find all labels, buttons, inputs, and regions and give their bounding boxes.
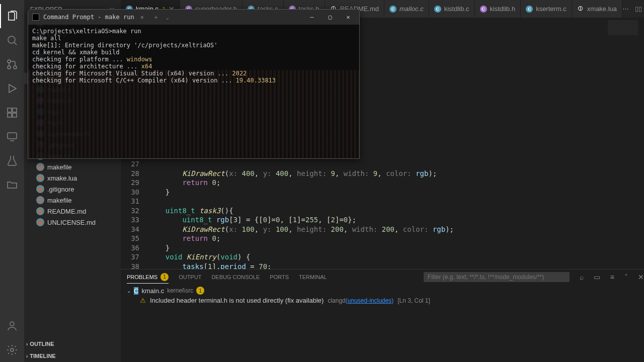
line-number: 31 bbox=[121, 197, 139, 206]
terminal-title: Command Prompt - make run bbox=[43, 14, 134, 21]
editor-tab[interactable]: Ckistdlib.c bbox=[429, 0, 475, 18]
file-item[interactable]: ◆README.md bbox=[24, 206, 121, 217]
testing-icon[interactable] bbox=[0, 149, 24, 173]
tab-output[interactable]: OUTPUT bbox=[179, 274, 201, 280]
tab-label: malloc.c bbox=[399, 5, 424, 13]
o-file-icon: ◆ bbox=[36, 185, 44, 193]
file-name: makefile bbox=[47, 197, 71, 204]
editor-tab[interactable]: Ckserterm.c bbox=[521, 0, 572, 18]
file-item[interactable]: ◆xmake.lua bbox=[24, 172, 121, 184]
svg-point-2 bbox=[14, 66, 17, 69]
file-name: README.md bbox=[47, 208, 86, 215]
line-number: 33 bbox=[121, 215, 139, 225]
timeline-section[interactable]: › TIMELINE bbox=[24, 350, 121, 362]
terminal-icon bbox=[32, 14, 39, 21]
file-name: .gitignore bbox=[47, 186, 74, 193]
tab-label: kserterm.c bbox=[536, 5, 567, 13]
line-number: 37 bbox=[121, 252, 139, 262]
file-item[interactable]: ◆.gitignore bbox=[24, 184, 121, 195]
gutter: 272829303132333435363738 bbox=[121, 158, 148, 269]
gear-icon[interactable] bbox=[0, 338, 24, 362]
tab-terminal[interactable]: TERMINAL bbox=[299, 274, 327, 280]
svg-rect-4 bbox=[8, 108, 12, 112]
line-number: 29 bbox=[121, 178, 139, 188]
line-number: 36 bbox=[121, 243, 139, 253]
file-item[interactable]: ◆makefile bbox=[24, 195, 121, 206]
maximize-button[interactable]: ▢ bbox=[323, 14, 337, 21]
line-number: 35 bbox=[121, 234, 139, 243]
code-area[interactable]: KiDrawRect(x: 400, y: 400, height: 9, wi… bbox=[148, 158, 644, 269]
minimap[interactable] bbox=[608, 20, 638, 50]
search-icon[interactable] bbox=[0, 28, 24, 52]
line-number: 28 bbox=[121, 169, 139, 178]
file-item[interactable]: ◆makefile bbox=[24, 161, 121, 172]
n-file-icon: ⓘ bbox=[577, 6, 584, 13]
filter-icon[interactable]: ⌕ bbox=[580, 273, 584, 281]
account-icon[interactable] bbox=[0, 314, 24, 338]
extensions-icon[interactable] bbox=[0, 101, 24, 125]
svg-rect-5 bbox=[13, 108, 17, 112]
outline-section[interactable]: › OUTLINE bbox=[24, 338, 121, 350]
svg-point-0 bbox=[8, 36, 15, 43]
svg-point-10 bbox=[11, 348, 14, 351]
folder-icon[interactable] bbox=[0, 173, 24, 197]
panel-tabs: PROBLEMS1 OUTPUT DEBUG CONSOLE PORTS TER… bbox=[121, 269, 644, 285]
tab-close-icon[interactable]: ✕ bbox=[140, 14, 144, 21]
more-icon[interactable]: ⋯ bbox=[622, 5, 629, 13]
tab-label: xmake.lua bbox=[587, 5, 617, 13]
activity-bar bbox=[0, 0, 24, 362]
file-name: makefile bbox=[47, 163, 71, 171]
remote-icon[interactable] bbox=[0, 125, 24, 149]
c-file-icon: C bbox=[134, 287, 138, 295]
file-item[interactable]: ◆UNLICENSE.md bbox=[24, 217, 121, 228]
svg-point-1 bbox=[8, 60, 11, 63]
line-number: 32 bbox=[121, 206, 139, 216]
minimize-button[interactable]: — bbox=[305, 14, 319, 21]
problem-file-row[interactable]: ⌄ C kmain.c kernel\src 1 bbox=[127, 287, 638, 295]
chevron-down-icon: ⌄ bbox=[127, 288, 131, 294]
svg-point-9 bbox=[10, 322, 14, 326]
editor-tab[interactable]: Ckistdlib.h bbox=[475, 0, 521, 18]
editor-tab[interactable]: Cmalloc.c bbox=[384, 0, 429, 18]
chevron-up-icon[interactable]: ˄ bbox=[624, 273, 628, 281]
line-number: 27 bbox=[121, 159, 139, 169]
terminal-window[interactable]: Command Prompt - make run ✕ ＋ ⌄ — ▢ ✕ C:… bbox=[28, 9, 360, 159]
line-number: 34 bbox=[121, 225, 139, 234]
terminal-titlebar[interactable]: Command Prompt - make run ✕ ＋ ⌄ — ▢ ✕ bbox=[28, 10, 359, 25]
o-file-icon: ◆ bbox=[36, 174, 44, 182]
svg-point-3 bbox=[8, 66, 11, 69]
chevron-down-icon[interactable]: ⌄ bbox=[166, 15, 169, 20]
tab-problems[interactable]: PROBLEMS1 bbox=[127, 273, 169, 284]
close-icon[interactable]: ✕ bbox=[638, 273, 644, 281]
problem-item[interactable]: ⚠ Included header terminal.h is not used… bbox=[127, 295, 638, 304]
tab-ports[interactable]: PORTS bbox=[270, 274, 289, 280]
c-file-icon: C bbox=[434, 6, 441, 13]
line-number: 30 bbox=[121, 188, 139, 197]
run-debug-icon[interactable] bbox=[0, 76, 24, 101]
svg-rect-8 bbox=[8, 133, 17, 139]
c-file-icon: C bbox=[526, 6, 533, 13]
svg-rect-7 bbox=[13, 113, 17, 117]
tab-debug-console[interactable]: DEBUG CONSOLE bbox=[211, 274, 260, 280]
file-name: xmake.lua bbox=[47, 174, 77, 182]
explorer-icon[interactable] bbox=[0, 4, 24, 28]
collapse-icon[interactable]: ▭ bbox=[594, 273, 600, 281]
o-file-icon: ◆ bbox=[36, 196, 44, 204]
o-file-icon: ◆ bbox=[36, 207, 44, 215]
o-file-icon: ◆ bbox=[36, 218, 44, 226]
svg-rect-6 bbox=[8, 113, 12, 117]
tab-label: kistdlib.c bbox=[444, 5, 469, 13]
close-button[interactable]: ✕ bbox=[341, 14, 355, 21]
filter-input[interactable] bbox=[424, 272, 570, 282]
o-file-icon: ◆ bbox=[36, 163, 44, 171]
c-file-icon: C bbox=[389, 6, 396, 13]
editor[interactable]: 272829303132333435363738 KiDrawRect(x: 4… bbox=[121, 158, 644, 269]
split-icon[interactable]: ▯▯ bbox=[635, 5, 642, 13]
list-icon[interactable]: ≡ bbox=[610, 273, 614, 281]
new-tab-icon[interactable]: ＋ bbox=[150, 13, 162, 22]
terminal-body[interactable]: C:\projects\xeltriaOS>make run make all … bbox=[28, 25, 359, 158]
source-control-icon[interactable] bbox=[0, 52, 24, 76]
panel: PROBLEMS1 OUTPUT DEBUG CONSOLE PORTS TER… bbox=[121, 269, 644, 362]
chevron-right-icon: › bbox=[26, 353, 28, 359]
editor-tab[interactable]: ⓘxmake.lua bbox=[572, 0, 622, 18]
